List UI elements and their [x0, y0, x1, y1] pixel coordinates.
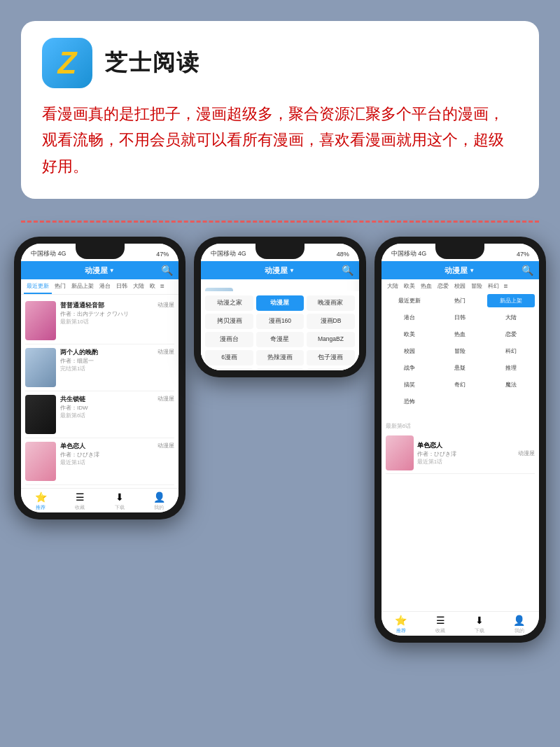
source-dongmanzhijia[interactable]: 动漫之家	[205, 295, 253, 311]
phone-1-screen: 中国移动 4G 47% 动漫屋 ▼ 🔍 最近更新 热门 新品上架 港台 日韩 大…	[21, 244, 178, 512]
manga-latest-3: 最新第6话	[60, 412, 153, 419]
tab-new[interactable]: 新品上架	[69, 279, 97, 294]
manga-row-2[interactable]: 两个人的晚酌 作者：细居一 完结第1话 动漫屋	[25, 344, 174, 391]
home-icon: ⭐	[35, 491, 47, 503]
divider-line	[21, 221, 539, 223]
cat-hot[interactable]: 热门	[436, 294, 484, 307]
cat-dalu[interactable]: 大陆	[487, 311, 535, 324]
phone-2: 中国移动 4G 48% 动漫屋 ▼ 🔍 动漫之家 动漫屋 晚漫画家 拷贝漫画 漫…	[194, 237, 365, 377]
tab-hot[interactable]: 热门	[52, 279, 69, 294]
manga-title-1: 普普通通轻音部	[60, 301, 153, 310]
phone-1-nav: 动漫屋 ▼ 🔍	[21, 261, 178, 279]
cat-xuanyi[interactable]: 悬疑	[436, 361, 484, 375]
source-tai[interactable]: 漫画台	[205, 332, 253, 347]
cat-kongbu[interactable]: 恐怖	[386, 395, 433, 408]
cat-gaoxiao[interactable]: 搞笑	[386, 378, 433, 391]
source-dongmanwu[interactable]: 动漫屋	[256, 295, 304, 311]
manga-latest-2: 完结第1话	[60, 365, 153, 372]
app-description: 看漫画真的是扛把子，漫画超级多，聚合资源汇聚多个平台的漫画，观看流畅，不用会员就…	[42, 101, 518, 179]
me-icon: 👤	[153, 491, 165, 503]
phone-3-search-icon[interactable]: 🔍	[522, 265, 533, 276]
cat-zhanzheng[interactable]: 战争	[386, 361, 433, 375]
cat-rihan[interactable]: 日韩	[436, 311, 484, 324]
bottom-nav-fav[interactable]: ☰ 收藏	[60, 491, 99, 511]
manga-author-1: 作者：出内テツオ クワハリ	[60, 310, 153, 318]
bottom-nav-dl[interactable]: ⬇ 下载	[100, 491, 139, 511]
manga-source-4: 动漫屋	[158, 442, 174, 449]
cat-mofa[interactable]: 魔法	[487, 378, 535, 391]
manga-author-4: 作者：ひびき澪	[60, 451, 153, 459]
phone-2-carrier: 中国移动 4G	[211, 249, 246, 258]
phone-3-category-overlay: 最近更新 热门 新品上架 港台 日韩 大陆 欧美 热血 恋爱 校园 冒险 科幻 …	[382, 291, 539, 411]
tab-recent[interactable]: 最近更新	[24, 279, 52, 294]
bottom-nav-home[interactable]: ⭐ 推荐	[21, 491, 60, 511]
manga-info-1: 普普通通轻音部 作者：出内テツオ クワハリ 最新第10话	[60, 301, 153, 326]
source-kanman[interactable]: 看漫画	[256, 368, 304, 370]
phone-1-search-icon[interactable]: 🔍	[161, 265, 173, 276]
phone-2-battery: 48%	[337, 251, 349, 258]
source-mangabz[interactable]: MangaBZ	[307, 332, 354, 347]
manga-info-4: 单色恋人 作者：ひびき澪 最近第1话	[60, 442, 153, 466]
tab-rihan[interactable]: 日韩	[113, 279, 130, 294]
source-baozi[interactable]: 包子漫画	[307, 350, 354, 365]
cat-rexue[interactable]: 热血	[436, 328, 484, 341]
manga-source-3: 动漫屋	[158, 395, 174, 403]
phone3-bottom-home[interactable]: ⭐ 推荐	[382, 615, 421, 634]
cat-maoxian[interactable]: 冒险	[436, 344, 484, 358]
phone3-fav-icon: ☰	[436, 615, 445, 626]
section-divider	[21, 220, 539, 223]
bottom-nav-me[interactable]: 👤 我的	[139, 491, 178, 511]
phone-3-carrier: 中国移动 4G	[391, 249, 427, 258]
phone-1-notch	[76, 244, 125, 259]
cat-kehuan[interactable]: 科幻	[487, 344, 535, 358]
phone3-home-icon: ⭐	[395, 615, 407, 626]
phone3-manga-row-1[interactable]: 单色恋人 作者：ひびき澪 最近第1话 动漫屋	[386, 433, 535, 474]
cat-oumei[interactable]: 欧美	[386, 328, 433, 341]
cat-lianai[interactable]: 恋爱	[487, 328, 535, 341]
phone3-bottom-fav[interactable]: ☰ 收藏	[421, 615, 460, 634]
phone-1-carrier: 中国移动 4G	[31, 249, 66, 258]
cat-new[interactable]: 新品上架	[487, 294, 535, 307]
source-6man[interactable]: 6漫画	[205, 350, 253, 365]
source-160[interactable]: 漫画160	[256, 314, 304, 329]
source-kaobei[interactable]: 拷贝漫画	[205, 314, 253, 329]
cat-tuili[interactable]: 推理	[487, 361, 535, 375]
manga-thumb-4	[25, 442, 56, 481]
cat-gangtai[interactable]: 港台	[386, 311, 433, 324]
manga-author-2: 作者：细居一	[60, 357, 153, 365]
phone-3-manga-content: 最新第6话 单色恋人 作者：ひびき澪 最近第1话 动漫屋	[382, 419, 539, 477]
tab-dalu[interactable]: 大陆	[130, 279, 147, 294]
source-wanmanhua[interactable]: 晚漫画家	[307, 295, 354, 311]
tab-gangtai[interactable]: 港台	[97, 279, 113, 294]
cat-xiaoyuan[interactable]: 校园	[386, 344, 433, 358]
phone3-bottom-me[interactable]: 👤 我的	[500, 615, 539, 634]
fav-icon: ☰	[76, 491, 85, 503]
app-title: 芝士阅读	[105, 48, 200, 78]
manga-source-1: 动漫屋	[158, 301, 174, 309]
manga-row-3[interactable]: 共生锁链 作者：IDW 最新第6话 动漫屋	[25, 391, 174, 438]
source-polo[interactable]: 破乐原漫画	[205, 368, 253, 370]
phone-3-screen: 中国移动 4G 47% 动漫屋 ▼ 🔍 大陆 欧美 热血 恋爱 校园 冒险 科幻	[382, 244, 539, 636]
source-rela[interactable]: 热辣漫画	[256, 350, 304, 365]
phone3-chapter-label: 最新第6话	[386, 422, 535, 430]
manga-thumb-2	[25, 348, 56, 387]
phone-3-bottom-nav: ⭐ 推荐 ☰ 收藏 ⬇ 下载 👤 我的	[382, 611, 539, 636]
phone-2-search-icon[interactable]: 🔍	[342, 265, 354, 276]
tab-ou[interactable]: 欧	[147, 279, 158, 294]
phone-3-battery: 47%	[517, 251, 529, 258]
phone-2-notch	[255, 244, 304, 259]
cat-qihuan[interactable]: 奇幻	[436, 378, 484, 391]
source-db[interactable]: 漫画DB	[307, 314, 354, 329]
manga-latest-1: 最新第10话	[60, 318, 153, 326]
phone3-bottom-dl[interactable]: ⬇ 下载	[460, 615, 499, 634]
tab-more-icon[interactable]: ≡	[158, 279, 167, 294]
phone-3-nav: 动漫屋 ▼ 🔍	[382, 261, 539, 279]
cat-recent[interactable]: 最近更新	[386, 294, 433, 307]
manga-title-2: 两个人的晚酌	[60, 348, 153, 357]
source-biquge[interactable]: 笔趣阁漫画	[307, 368, 354, 370]
manga-row-1[interactable]: 普普通通轻音部 作者：出内テツオ クワハリ 最新第10话 动漫屋	[25, 298, 174, 344]
manga-info-3: 共生锁链 作者：IDW 最新第6话	[60, 395, 153, 419]
source-qiman[interactable]: 奇漫星	[256, 332, 304, 347]
manga-row-4[interactable]: 单色恋人 作者：ひびき澪 最近第1话 动漫屋	[25, 438, 174, 485]
manga-thumb-1	[25, 301, 56, 340]
